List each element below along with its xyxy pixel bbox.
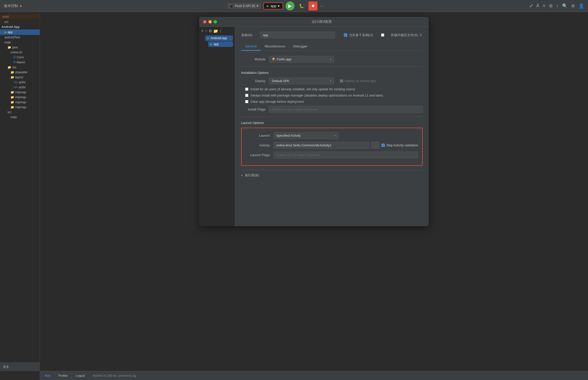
sidebar-comr[interactable]: © Comr <box>0 55 40 60</box>
instant-app-group: Deploy as instant app <box>340 79 376 83</box>
deploy-row: Deploy: Default APK ▾ Deploy as instant … <box>241 78 423 84</box>
tab-general[interactable]: General <box>241 42 261 51</box>
dialog-container: 运行/调试配置 + − ⧉ 📁 ↕ ▶ <box>40 12 588 380</box>
sidebar-mipmap4[interactable]: 📁 mipmap- <box>0 105 40 110</box>
module-dropdown[interactable]: 📦 Fanfu.app ▾ <box>269 56 334 63</box>
run-tab[interactable]: Run <box>43 373 52 379</box>
debug-button[interactable]: 🐛 <box>297 1 306 10</box>
config-toolbar: + − ⧉ 📁 ↕ <box>201 29 233 33</box>
device-icon: 📱 <box>230 4 233 8</box>
deploy-dropdown[interactable]: Default APK ▾ <box>269 78 334 84</box>
install-all-users-checkbox[interactable] <box>245 88 248 91</box>
version-control[interactable]: 版本控制 ▾ <box>4 4 22 8</box>
skip-validation-checkbox[interactable] <box>382 144 385 147</box>
more-button[interactable]: ⋯ <box>320 3 324 9</box>
sidebar-res[interactable]: 📁 res <box>0 65 40 70</box>
account-icon[interactable]: 👤 <box>579 3 584 9</box>
name-row: 名称(N): 允许多个实例(U) 存储为项目文件(S) ⚙ <box>241 32 423 38</box>
clear-storage-label: Clear app storage before deployment <box>250 100 304 103</box>
close-button[interactable] <box>203 20 206 23</box>
tab-miscellaneous[interactable]: Miscellaneous <box>261 42 289 51</box>
sidebar-mipmap3[interactable]: 📁 mipmap- <box>0 100 40 105</box>
launch-dropdown[interactable]: Specified Activity ▾ <box>274 132 338 139</box>
build-status: finished in 290 ms. (moments ag <box>93 374 136 378</box>
sidebar-maina[interactable]: © MainA <box>0 60 40 65</box>
always-install-checkbox[interactable] <box>245 94 248 97</box>
sidebar-layout[interactable]: 📁 layout <box>0 75 40 80</box>
config-item-app-selected[interactable]: ▶ app <box>208 41 233 47</box>
launch-flags-input[interactable] <box>274 152 418 158</box>
module-dropdown-arrow: ▾ <box>330 58 331 61</box>
module-row: Module: 📦 Fanfu.app ▾ <box>241 56 423 63</box>
sidebar-src[interactable]: src <box>0 19 40 24</box>
sidebar-app[interactable]: ▶ app <box>0 29 40 35</box>
activity-row: Activity: ... Skip Activity validation <box>246 142 418 149</box>
install-flags-input[interactable] <box>269 106 423 113</box>
store-settings-icon[interactable]: ⚙ <box>419 33 422 37</box>
name-input[interactable] <box>260 32 335 38</box>
instant-app-label: Deploy as instant app <box>345 79 376 83</box>
install-all-users-row: Install for all users (if already instal… <box>241 87 423 91</box>
run-button[interactable]: ▶ <box>286 1 294 10</box>
android-app-icon: ▶ <box>207 37 209 40</box>
maximize-button[interactable] <box>214 20 217 23</box>
sidebar-src2[interactable]: src <box>0 110 40 115</box>
sort-button[interactable]: ↕ <box>220 29 222 33</box>
sidebar-drawable[interactable]: 📁 drawable <box>0 70 40 75</box>
run-config-dialog: 运行/调试配置 + − ⧉ 📁 ↕ ▶ <box>199 17 429 226</box>
stop-button[interactable]: ■ <box>308 1 317 10</box>
gear-icon[interactable]: ⚙ <box>571 3 575 9</box>
settings-icon[interactable]: ⚙ <box>549 3 553 9</box>
app-run-icon: ▶ <box>267 4 269 8</box>
sidebar-online-lin[interactable]: online.lin <box>0 50 40 55</box>
install-flags-row: Install Flags: <box>241 106 423 113</box>
sidebar-main[interactable]: main <box>0 40 40 45</box>
vcs-icon[interactable]: ⑇ <box>530 3 533 8</box>
refactor-icon[interactable]: Ā <box>536 3 539 8</box>
toolbar-right: ⑇ Ā ≡ ⚙ ↕ 🔍 ⚙ 👤 <box>530 3 584 9</box>
browse-activity-button[interactable]: ... <box>371 142 380 149</box>
store-file-label: 存储为项目文件(S) <box>391 33 418 37</box>
install-all-users-label: Install for all users (if already instal… <box>250 87 355 91</box>
sidebar-android-test[interactable]: androidTest <box>0 35 40 40</box>
instant-app-checkbox[interactable] <box>340 79 343 83</box>
add-config-button[interactable]: + <box>201 29 203 33</box>
skip-validation-label: Skip Activity validation <box>386 143 418 147</box>
top-bar: 版本控制 ▾ 📱 Pixel 8 API 35 ▾ ▶ app ▾ ▶ 🐛 ■ … <box>0 0 588 12</box>
tab-debugger[interactable]: Debugger <box>289 42 311 51</box>
sidebar-activi1[interactable]: </> activi <box>0 80 40 85</box>
structure-icon[interactable]: ≡ <box>543 3 545 8</box>
sidebar-mipmap1[interactable]: 📁 mipmap- <box>0 90 40 95</box>
profiler-tab[interactable]: Profiler <box>56 373 70 379</box>
profiler-icon[interactable]: ↕ <box>556 3 559 8</box>
sidebar-java[interactable]: 📁 java <box>0 45 40 50</box>
device-selector[interactable]: 📱 Pixel 8 API 35 ▾ <box>227 3 261 9</box>
pre-launch-arrow: ▾ <box>241 174 243 177</box>
pre-launch-section[interactable]: ▾ 执行前(B) <box>241 170 423 181</box>
minimize-button[interactable] <box>208 20 212 23</box>
logcat-tab[interactable]: Logcat <box>74 373 87 379</box>
pre-launch-label: 执行前(B) <box>245 173 259 178</box>
sidebar-main2[interactable]: main <box>0 115 40 120</box>
allow-multiple-checkbox[interactable] <box>344 33 347 37</box>
search-icon[interactable]: 🔍 <box>562 3 568 9</box>
main-layout: build src Android App ▶ app androidTest … <box>0 12 588 380</box>
sidebar-activi2[interactable]: </> activi <box>0 85 40 90</box>
app-selector[interactable]: ▶ app ▾ <box>263 2 283 9</box>
tabs: General Miscellaneous Debugger <box>241 42 423 51</box>
launch-options-title: Launch Options <box>241 121 423 125</box>
copy-config-button[interactable]: ⧉ <box>209 29 212 33</box>
sidebar-android-app[interactable]: Android App <box>0 24 40 29</box>
config-item-app[interactable]: ▶ Android App <box>205 35 233 41</box>
more-label[interactable]: 更多 <box>0 363 40 371</box>
new-folder-button[interactable]: 📁 <box>213 29 218 33</box>
remove-config-button[interactable]: − <box>205 29 207 33</box>
launch-flags-row: Launch Flags: <box>246 152 418 158</box>
app-config-icon: ▶ <box>210 43 212 46</box>
dialog-content: + − ⧉ 📁 ↕ ▶ Android App ▶ app <box>199 27 429 226</box>
clear-storage-checkbox[interactable] <box>245 100 248 103</box>
sidebar-build: build <box>0 14 40 19</box>
store-file-checkbox[interactable] <box>381 33 384 37</box>
sidebar-mipmap2[interactable]: 📁 mipmap- <box>0 95 40 100</box>
activity-input[interactable] <box>274 142 369 149</box>
